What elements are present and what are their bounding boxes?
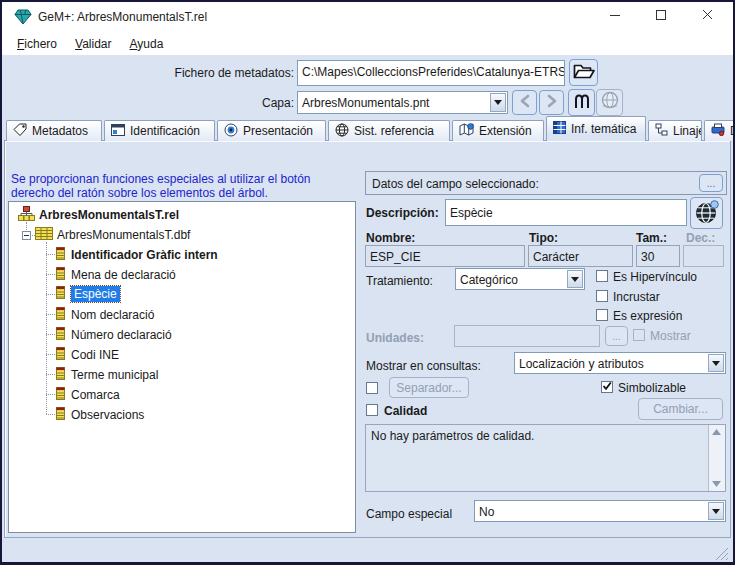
printer-icon bbox=[711, 123, 725, 139]
menu-bar: Fichero Validar Ayuda bbox=[0, 33, 735, 55]
tree-connector bbox=[46, 354, 55, 355]
tree-item-field[interactable]: Mena de declaració bbox=[55, 266, 176, 284]
tree-connector bbox=[46, 394, 55, 395]
tab-presentacion[interactable]: Presentación bbox=[217, 120, 326, 141]
gem-window: GeM+: ArbresMonumentalsT.rel Fichero Val… bbox=[0, 0, 735, 565]
tree-connector bbox=[46, 334, 55, 335]
metadata-file-label: Fichero de metadatos: bbox=[8, 66, 294, 80]
tab-metadatos[interactable]: Metadatos bbox=[6, 120, 102, 141]
tree-item-field[interactable]: Identificador Gràfic intern bbox=[55, 246, 218, 264]
tree-item-field[interactable]: Observacions bbox=[55, 406, 144, 424]
previous-layer-button[interactable] bbox=[512, 90, 537, 115]
window-title: GeM+: ArbresMonumentalsT.rel bbox=[38, 10, 207, 24]
field-column-icon bbox=[55, 366, 67, 384]
miramon-button[interactable] bbox=[568, 89, 595, 116]
capa-label: Capa: bbox=[8, 96, 294, 110]
globe-wireframe-icon bbox=[335, 123, 349, 140]
minimize-button[interactable] bbox=[592, 0, 638, 33]
chevron-right-icon bbox=[546, 94, 558, 111]
tree-connector bbox=[46, 294, 55, 295]
eye-icon bbox=[224, 123, 238, 140]
capa-combobox[interactable]: ArbresMonumentals.pnt bbox=[297, 91, 508, 114]
title-bar[interactable]: GeM+: ArbresMonumentalsT.rel bbox=[0, 0, 735, 33]
globe-gray-icon bbox=[600, 91, 620, 114]
close-button[interactable] bbox=[684, 0, 731, 33]
hierarchy-icon bbox=[655, 123, 668, 139]
maximize-button[interactable] bbox=[638, 0, 684, 33]
field-column-icon bbox=[55, 386, 67, 404]
menu-ayuda[interactable]: Ayuda bbox=[121, 34, 173, 54]
close-icon bbox=[702, 9, 714, 24]
tree-connector bbox=[46, 414, 55, 415]
tree-item-field[interactable]: Codi INE bbox=[55, 346, 119, 364]
metadata-tree[interactable]: ArbresMonumentalsT.rel ArbresMonumentals… bbox=[8, 201, 356, 533]
tree-item-dbf-table[interactable]: ArbresMonumentalsT.dbf bbox=[35, 227, 190, 243]
field-column-icon bbox=[55, 406, 67, 424]
table-icon bbox=[35, 227, 53, 243]
field-column-icon bbox=[55, 346, 67, 364]
tab-extension[interactable]: Extensión bbox=[452, 120, 544, 141]
tree-item-field-selected[interactable]: Espècie bbox=[55, 285, 120, 303]
capa-dropdown-button[interactable] bbox=[490, 93, 506, 112]
folded-map-icon bbox=[459, 123, 474, 139]
tree-connector bbox=[46, 254, 55, 255]
field-column-icon bbox=[55, 246, 67, 264]
open-folder-button[interactable] bbox=[569, 59, 598, 86]
tree-connector bbox=[46, 274, 55, 275]
tree-item-field[interactable]: Comarca bbox=[55, 386, 120, 404]
tree-connector bbox=[46, 242, 47, 414]
metadata-path-input[interactable]: C:\Mapes\ColleccionsPreferides\Catalunya… bbox=[297, 60, 565, 86]
tree-connector bbox=[46, 314, 55, 315]
tree-item-field[interactable]: Terme municipal bbox=[55, 366, 158, 384]
dropdown-arrow-icon bbox=[494, 100, 502, 105]
collapse-toggle[interactable] bbox=[22, 231, 31, 240]
tag-icon bbox=[13, 123, 27, 139]
chevron-left-icon bbox=[519, 94, 531, 111]
form-window-icon bbox=[111, 124, 125, 139]
resize-grip[interactable] bbox=[712, 544, 729, 564]
menu-validar[interactable]: Validar bbox=[66, 34, 120, 54]
blue-table-icon bbox=[553, 121, 566, 137]
tab-identificacion[interactable]: Identificación bbox=[104, 120, 215, 141]
tab-sist-referencia[interactable]: Sist. referencia bbox=[328, 120, 450, 141]
next-layer-button[interactable] bbox=[539, 90, 564, 115]
tab-linaje[interactable]: Linaje bbox=[648, 120, 702, 141]
tree-item-rel-root[interactable]: ArbresMonumentalsT.rel bbox=[18, 206, 179, 224]
field-column-icon bbox=[55, 285, 67, 303]
tree-item-field[interactable]: Número declaració bbox=[55, 326, 172, 344]
field-column-icon bbox=[55, 266, 67, 284]
maximize-icon bbox=[656, 10, 667, 24]
miramon-m-icon bbox=[574, 94, 590, 112]
tab-inf-tematica[interactable]: Inf. temática bbox=[546, 116, 646, 141]
field-column-icon bbox=[55, 326, 67, 344]
folder-open-icon bbox=[573, 62, 595, 83]
minimize-icon bbox=[610, 10, 621, 24]
tree-connector bbox=[46, 374, 55, 375]
globe-button[interactable] bbox=[596, 89, 623, 116]
org-chart-icon bbox=[18, 206, 35, 224]
menu-fichero[interactable]: Fichero bbox=[8, 34, 66, 54]
tree-item-field[interactable]: Nom declaració bbox=[55, 306, 154, 324]
tab-distribucion[interactable]: Dis bbox=[704, 120, 735, 141]
gem-app-icon bbox=[14, 9, 32, 25]
field-column-icon bbox=[55, 306, 67, 324]
capa-value: ArbresMonumentals.pnt bbox=[298, 92, 507, 110]
